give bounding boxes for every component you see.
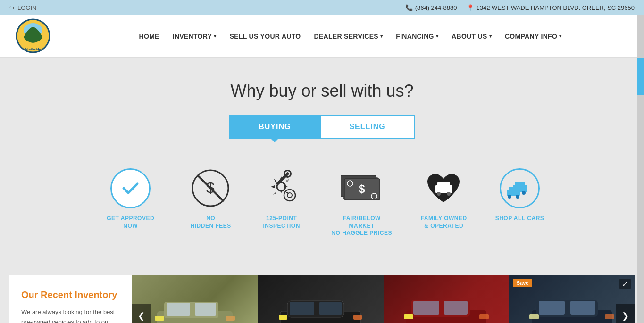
svg-rect-32: [167, 303, 190, 316]
svg-rect-33: [195, 303, 216, 316]
top-bar: ↪ LOGIN 📞 (864) 244-8880 📍 1342 WEST WAD…: [0, 0, 644, 15]
nav-dealer[interactable]: DEALER SERVICES ▾: [308, 15, 390, 58]
inventory-chevron: ▾: [214, 33, 216, 39]
svg-point-29: [516, 195, 519, 199]
feature-family-label: FAMILY OWNED& OPERATED: [421, 215, 467, 230]
login-arrow-icon: ↪: [9, 4, 15, 11]
nav-home[interactable]: HOME: [133, 15, 166, 58]
nav-sell[interactable]: SELL US YOUR AUTO: [223, 15, 308, 58]
feature-shop[interactable]: SHOP ALL CARS: [495, 167, 544, 223]
main-nav: HOME INVENTORY ▾ SELL US YOUR AUTO DEALE…: [71, 15, 630, 58]
carousel-prev-button[interactable]: ❮: [132, 304, 151, 323]
main-content: Why buy or sell with us? BUYING SELLING …: [0, 58, 644, 323]
nav-financing[interactable]: FINANCING ▾: [389, 15, 445, 58]
feature-inspection-label: 125-POINTINSPECTION: [263, 215, 300, 230]
svg-rect-23: [515, 182, 525, 187]
car-grid: Save ⤢: [132, 275, 635, 323]
svg-rect-19: [437, 182, 450, 188]
save-button[interactable]: Save: [513, 279, 533, 287]
phone-info: 📞 (864) 244-8880: [405, 4, 457, 11]
inventory-sidebar: Our Recent Inventory We are always looki…: [9, 275, 132, 323]
svg-rect-43: [319, 302, 342, 315]
company-chevron: ▾: [559, 33, 561, 39]
dealer-chevron: ▾: [380, 33, 383, 39]
tab-buying[interactable]: BUYING: [229, 115, 320, 139]
svg-rect-42: [290, 302, 314, 315]
feature-approved-label: GET APPROVED NOW: [100, 215, 161, 230]
logo[interactable]: Northside: [14, 18, 52, 54]
svg-rect-39: [226, 316, 235, 321]
car-item-1[interactable]: [132, 275, 258, 323]
feature-no-fees-label: NOHIDDEN FEES: [191, 215, 231, 230]
scrollbar-thumb[interactable]: [637, 58, 644, 95]
why-section: Why buy or sell with us? BUYING SELLING …: [9, 72, 635, 270]
features-row: GET APPROVED NOW $ NOHIDDEN FEES: [9, 157, 635, 256]
about-chevron: ▾: [489, 33, 492, 39]
svg-text:Northside: Northside: [25, 48, 41, 51]
svg-rect-38: [155, 316, 164, 321]
no-dollar-icon: $: [190, 167, 232, 209]
shop-cars-icon: [499, 167, 541, 209]
feature-prices-label: FAIR/BELOW MARKETNO HAGGLE PRICES: [331, 215, 393, 237]
svg-point-20: [437, 192, 441, 196]
nav-inventory[interactable]: INVENTORY ▾: [166, 15, 223, 58]
heart-car-icon: [423, 167, 465, 209]
nav-company[interactable]: COMPANY INFO ▾: [498, 15, 569, 58]
car-item-3[interactable]: [384, 275, 509, 323]
svg-point-11: [287, 193, 292, 198]
checkmark-icon: [109, 167, 152, 209]
nav-about[interactable]: ABOUT US ▾: [445, 15, 498, 58]
svg-rect-48: [279, 315, 287, 320]
feature-no-fees[interactable]: $ NOHIDDEN FEES: [190, 167, 232, 230]
inventory-description: We are always looking for the best pre-o…: [21, 307, 120, 323]
inventory-section: Our Recent Inventory We are always looki…: [9, 275, 635, 323]
expand-button[interactable]: ⤢: [619, 279, 631, 289]
contact-info: 📞 (864) 244-8880 📍 1342 WEST WADE HAMPTO…: [405, 4, 635, 11]
svg-rect-27: [509, 187, 518, 191]
scrollbar[interactable]: [637, 15, 644, 323]
header: Northside HOME INVENTORY ▾ SELL US YOUR …: [0, 15, 644, 58]
inventory-title: Our Recent Inventory: [21, 289, 120, 300]
address-text: 1342 WEST WADE HAMPTON BLVD. GREER, SC 2…: [477, 4, 635, 11]
svg-point-10: [284, 190, 295, 201]
svg-point-25: [522, 191, 526, 195]
buy-sell-tabs: BUYING SELLING: [9, 115, 635, 139]
location-icon: 📍: [467, 4, 474, 11]
svg-rect-69: [605, 314, 614, 319]
phone-icon: 📞: [405, 4, 413, 11]
svg-rect-53: [444, 301, 468, 315]
car-item-2[interactable]: [258, 275, 383, 323]
feature-shop-label: SHOP ALL CARS: [495, 215, 544, 223]
svg-rect-49: [353, 315, 362, 320]
carousel-next-button[interactable]: ❯: [616, 304, 635, 323]
svg-rect-58: [404, 314, 413, 319]
feature-approved[interactable]: GET APPROVED NOW: [100, 167, 161, 230]
phone-number: (864) 244-8880: [415, 4, 457, 11]
svg-rect-52: [413, 301, 439, 315]
gears-icon: [260, 167, 303, 209]
feature-inspection[interactable]: 125-POINTINSPECTION: [260, 167, 303, 230]
login-section[interactable]: ↪ LOGIN: [9, 4, 36, 11]
feature-family[interactable]: FAMILY OWNED& OPERATED: [421, 167, 467, 230]
svg-rect-68: [529, 314, 539, 319]
why-title: Why buy or sell with us?: [9, 81, 635, 101]
financing-chevron: ▾: [436, 33, 438, 39]
svg-point-28: [508, 195, 511, 199]
feature-prices[interactable]: $ FAIR/BELOW MARKETNO HAGGLE PRICES: [331, 167, 393, 237]
svg-text:$: $: [359, 182, 365, 195]
svg-rect-59: [479, 314, 489, 319]
svg-point-21: [447, 192, 451, 196]
inventory-carousel: ❮: [132, 275, 635, 323]
svg-rect-62: [539, 301, 565, 315]
address-info: 📍 1342 WEST WADE HAMPTON BLVD. GREER, SC…: [467, 4, 635, 11]
svg-rect-63: [570, 301, 595, 315]
dollar-bills-icon: $: [341, 167, 383, 209]
login-label[interactable]: LOGIN: [17, 4, 36, 11]
tab-selling[interactable]: SELLING: [320, 115, 414, 139]
